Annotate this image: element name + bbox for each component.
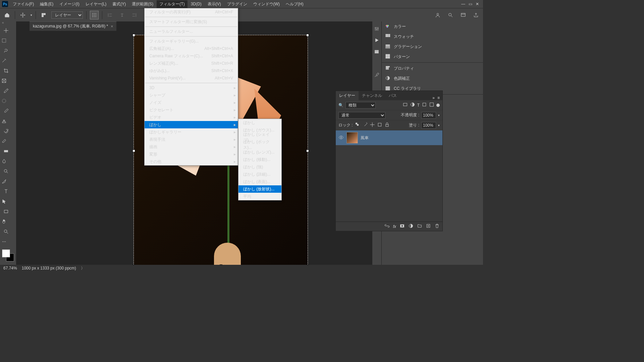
filter-type-icon[interactable]: T xyxy=(417,103,420,108)
brushes-icon[interactable] xyxy=(374,72,380,78)
menu-3d[interactable]: 3D(D) xyxy=(188,1,204,7)
rectangle-tool-icon[interactable] xyxy=(2,207,10,216)
panel-item-0[interactable]: カラー xyxy=(382,21,483,32)
lock-artboard-icon[interactable] xyxy=(377,122,382,128)
panel-menu-icon[interactable]: » xyxy=(432,96,435,100)
layer-row[interactable]: 風車 xyxy=(336,130,442,145)
gradient-tool-icon[interactable] xyxy=(2,147,10,155)
chevron-down-icon[interactable]: ▾ xyxy=(438,114,440,117)
search-icon[interactable] xyxy=(446,11,455,19)
panel-item-2[interactable]: グラデーション xyxy=(382,42,483,52)
group-icon[interactable] xyxy=(417,223,422,230)
submenu-item[interactable]: ぼかし xyxy=(238,119,281,126)
handle-tr[interactable] xyxy=(306,34,309,37)
minimize-icon[interactable]: — xyxy=(461,2,465,6)
menu-item[interactable]: ニューラルフィルター... xyxy=(145,28,238,35)
align-left-icon[interactable] xyxy=(106,11,114,19)
menu-item[interactable]: 3D▸ xyxy=(145,84,238,92)
align-center-h-icon[interactable] xyxy=(118,11,126,19)
menu-edit[interactable]: 編集(E) xyxy=(37,0,56,8)
new-layer-icon[interactable] xyxy=(426,223,431,230)
transform-controls-checkbox[interactable] xyxy=(90,11,99,19)
path-select-tool-icon[interactable] xyxy=(0,197,8,205)
submenu-item[interactable]: 平均 xyxy=(238,193,281,200)
status-chevron-icon[interactable]: 〉 xyxy=(81,265,85,271)
home-icon[interactable] xyxy=(3,11,11,19)
filter-shape-icon[interactable] xyxy=(422,102,427,108)
handle-tl[interactable] xyxy=(132,34,135,37)
layer-select[interactable]: レイヤー xyxy=(51,11,83,19)
submenu-item[interactable]: ぼかし (ボックス)... xyxy=(238,141,281,148)
hand-tool-icon[interactable] xyxy=(0,218,8,226)
eraser-tool-icon[interactable] xyxy=(0,137,8,145)
layer-name[interactable]: 風車 xyxy=(361,135,369,141)
brush-tool-icon[interactable] xyxy=(2,107,10,115)
magic-wand-tool-icon[interactable] xyxy=(0,57,8,65)
submenu-item[interactable]: ぼかし (放射状)... xyxy=(238,185,281,193)
menu-item[interactable]: 変形▸ xyxy=(145,150,238,158)
menu-item[interactable]: Camera Raw フィルター(C)...Shift+Ctrl+A xyxy=(145,52,238,60)
link-layers-icon[interactable] xyxy=(384,223,390,230)
menu-type[interactable]: 書式(Y) xyxy=(110,0,128,8)
lasso-tool-icon[interactable] xyxy=(2,47,10,55)
auto-select-icon[interactable] xyxy=(39,11,48,19)
submenu-item[interactable]: ぼかし (レンズ)... xyxy=(238,148,281,156)
menu-item[interactable]: ピクセレート▸ xyxy=(145,106,238,114)
marquee-tool-icon[interactable] xyxy=(0,37,8,45)
panel-list-icon[interactable]: ≡ xyxy=(437,96,440,100)
menu-item[interactable]: ぼかしギャラリー▸ xyxy=(145,128,238,136)
menu-layer[interactable]: レイヤー(L) xyxy=(83,0,109,8)
panel-item-5[interactable]: プロパティ xyxy=(382,63,483,73)
clone-stamp-tool-icon[interactable] xyxy=(0,117,8,125)
blend-mode-select[interactable]: 通常 xyxy=(338,112,385,119)
filter-toggle-icon[interactable] xyxy=(436,104,440,107)
lock-all-icon[interactable] xyxy=(384,122,390,128)
zoom-tool-icon[interactable] xyxy=(2,228,10,236)
spot-heal-tool-icon[interactable] xyxy=(0,97,8,105)
user-icon[interactable] xyxy=(433,11,442,19)
share-icon[interactable] xyxy=(472,11,480,19)
menu-help[interactable]: ヘルプ(H) xyxy=(283,0,306,8)
chevron-down-icon[interactable]: ▾ xyxy=(31,13,32,17)
handle-ml[interactable] xyxy=(132,149,135,152)
move-tool-icon[interactable] xyxy=(2,26,10,35)
lock-position-icon[interactable] xyxy=(370,122,375,128)
maximize-icon[interactable]: ▭ xyxy=(469,2,472,6)
filter-smart-icon[interactable] xyxy=(429,102,434,108)
panel-item-1[interactable]: スウォッチ xyxy=(382,32,483,42)
opacity-input[interactable] xyxy=(421,112,436,119)
dodge-tool-icon[interactable] xyxy=(2,167,10,175)
close-tab-icon[interactable]: × xyxy=(111,24,113,29)
tab-channels[interactable]: チャンネル xyxy=(359,91,385,100)
layer-thumbnail[interactable] xyxy=(346,132,358,143)
menu-file[interactable]: ファイル(F) xyxy=(10,0,37,8)
chevron-down-icon[interactable]: ▾ xyxy=(438,124,440,127)
library-icon[interactable] xyxy=(374,49,380,55)
workspace-switcher-icon[interactable] xyxy=(459,11,468,19)
filter-pixel-icon[interactable] xyxy=(402,102,408,108)
menu-item[interactable]: フィルターギャラリー(G)... xyxy=(145,38,238,45)
tab-paths[interactable]: パス xyxy=(385,91,400,100)
menu-item[interactable]: Vanishing Point(V)...Alt+Ctrl+V xyxy=(145,74,238,82)
panel-item-6[interactable]: 色調補正 xyxy=(382,73,483,83)
pen-tool-icon[interactable] xyxy=(0,177,8,185)
submenu-item[interactable]: ぼかし (移動)... xyxy=(238,156,281,163)
filter-kind-select[interactable]: 種類 xyxy=(345,102,376,109)
menu-item[interactable]: フィルターの再実行(F)Alt+Ctrl+F xyxy=(145,8,238,16)
menu-item[interactable]: ノイズ▸ xyxy=(145,99,238,106)
menu-view[interactable]: 表示(V) xyxy=(205,0,224,8)
type-tool-icon[interactable] xyxy=(2,187,10,195)
filter-adjust-icon[interactable] xyxy=(410,102,415,108)
mask-icon[interactable] xyxy=(399,223,405,230)
color-swatch[interactable] xyxy=(2,249,14,261)
lock-brush-icon[interactable] xyxy=(362,122,368,128)
close-icon[interactable]: ✕ xyxy=(476,2,479,6)
history-brush-tool-icon[interactable] xyxy=(2,127,10,135)
actions-icon[interactable] xyxy=(374,38,380,44)
lock-transparent-icon[interactable] xyxy=(355,122,360,128)
menu-item[interactable]: 表現手法▸ xyxy=(145,136,238,143)
panel-item-3[interactable]: パターン xyxy=(382,52,483,62)
menu-item[interactable]: スマートフィルター用に変換(S) xyxy=(145,18,238,25)
fx-icon[interactable]: fx xyxy=(393,224,396,229)
align-right-icon[interactable] xyxy=(130,11,139,19)
